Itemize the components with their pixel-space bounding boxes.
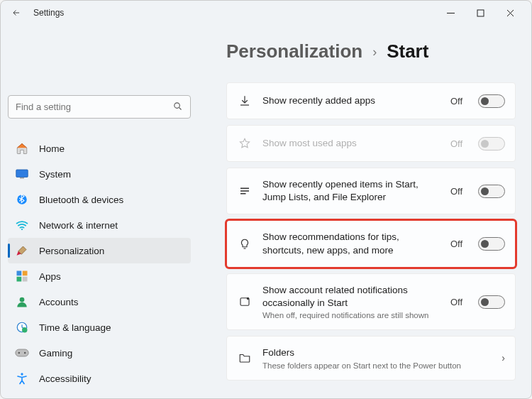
toggle-state: Off xyxy=(450,138,462,149)
sidebar-item-label: Personalization xyxy=(39,246,104,256)
sidebar-item-network[interactable]: Network & internet xyxy=(8,212,191,238)
sidebar-item-label: System xyxy=(39,169,71,180)
maximize-icon xyxy=(477,9,484,17)
sidebar-item-apps[interactable]: Apps xyxy=(8,263,191,289)
svg-point-16 xyxy=(21,373,23,375)
svg-rect-6 xyxy=(17,271,22,276)
chevron-right-icon: › xyxy=(372,45,377,60)
sidebar-item-home[interactable]: Home xyxy=(8,136,191,161)
minimize-icon xyxy=(447,9,455,17)
window-dot-icon xyxy=(237,294,253,310)
sidebar-item-label: Time & language xyxy=(39,322,111,333)
sidebar-item-label: Accounts xyxy=(39,297,79,307)
star-icon xyxy=(237,136,253,151)
system-icon xyxy=(15,167,29,181)
sidebar: Home System Bluetooth & devices Network … xyxy=(1,25,201,398)
sidebar-item-label: Accessibility xyxy=(39,373,92,384)
card-subtitle: When off, required notifications are sti… xyxy=(262,311,440,319)
svg-point-14 xyxy=(18,352,21,354)
svg-point-15 xyxy=(24,352,26,354)
sidebar-item-label: Home xyxy=(39,143,65,154)
search-icon xyxy=(172,101,183,114)
paintbrush-icon xyxy=(15,244,29,258)
sidebar-item-label: Bluetooth & devices xyxy=(39,195,123,205)
breadcrumb-current: Start xyxy=(387,40,428,62)
sidebar-item-time-language[interactable]: Time & language xyxy=(8,315,191,340)
card-recent-items: Show recently opened items in Start, Jum… xyxy=(226,168,516,214)
maximize-button[interactable] xyxy=(473,6,487,20)
sidebar-item-label: Apps xyxy=(39,271,61,282)
lightbulb-icon xyxy=(237,236,253,252)
window-title: Settings xyxy=(33,8,64,18)
card-most-used-apps: Show most used apps Off xyxy=(226,125,516,162)
accessibility-icon xyxy=(15,371,29,386)
card-recommendations: Show recommendations for tips, shortcuts… xyxy=(226,220,516,267)
sidebar-item-personalization[interactable]: Personalization xyxy=(8,238,191,263)
folder-icon xyxy=(237,350,253,366)
settings-window: Settings Home System xyxy=(0,0,532,399)
card-title: Show recommendations for tips, shortcuts… xyxy=(262,231,440,256)
card-subtitle: These folders appear on Start next to th… xyxy=(262,361,489,370)
titlebar: Settings xyxy=(1,1,531,25)
toggle-recommendations[interactable] xyxy=(478,237,505,251)
minimize-button[interactable] xyxy=(443,6,458,20)
close-icon xyxy=(506,9,514,17)
breadcrumb: Personalization › Start xyxy=(226,40,516,62)
main-content: Personalization › Start Show recently ad… xyxy=(201,25,531,398)
clock-icon xyxy=(15,320,29,334)
card-account-notifications: Show account related notifications occas… xyxy=(226,273,516,330)
svg-point-10 xyxy=(20,297,25,302)
wifi-icon xyxy=(15,218,29,232)
toggle-state: Off xyxy=(450,297,462,307)
apps-icon xyxy=(15,269,29,283)
card-title: Show account related notifications occas… xyxy=(262,284,440,310)
bluetooth-icon xyxy=(15,192,29,207)
card-title: Folders xyxy=(262,346,489,359)
card-recently-added-apps: Show recently added apps Off xyxy=(226,82,516,119)
card-title: Show recently opened items in Start, Jum… xyxy=(262,178,440,204)
search-input[interactable] xyxy=(16,102,172,112)
close-button[interactable] xyxy=(503,6,517,20)
gamepad-icon xyxy=(15,346,29,360)
svg-rect-3 xyxy=(20,177,24,178)
svg-rect-8 xyxy=(17,277,22,282)
card-title: Show recently added apps xyxy=(262,94,440,107)
svg-point-12 xyxy=(22,327,28,333)
breadcrumb-parent[interactable]: Personalization xyxy=(226,40,362,62)
toggle-recently-added[interactable] xyxy=(478,94,505,108)
card-folders[interactable]: Folders These folders appear on Start ne… xyxy=(226,336,516,380)
svg-point-1 xyxy=(174,102,180,108)
list-icon xyxy=(237,183,253,199)
svg-rect-0 xyxy=(477,10,484,16)
svg-rect-9 xyxy=(23,277,28,282)
home-icon xyxy=(15,141,29,155)
sidebar-item-bluetooth[interactable]: Bluetooth & devices xyxy=(8,187,191,212)
arrow-left-icon xyxy=(11,8,21,18)
toggle-most-used xyxy=(478,137,505,151)
toggle-account-notifications[interactable] xyxy=(478,295,505,309)
sidebar-item-label: Gaming xyxy=(39,348,72,359)
svg-rect-7 xyxy=(23,271,28,276)
person-icon xyxy=(15,295,29,309)
svg-point-5 xyxy=(21,229,23,230)
sidebar-item-gaming[interactable]: Gaming xyxy=(8,340,191,366)
sidebar-item-system[interactable]: System xyxy=(8,161,191,187)
sidebar-item-label: Network & internet xyxy=(39,220,118,231)
sidebar-item-accessibility[interactable]: Accessibility xyxy=(8,366,191,391)
back-button[interactable] xyxy=(6,3,26,23)
card-title: Show most used apps xyxy=(262,137,440,150)
toggle-recent-items[interactable] xyxy=(478,185,505,198)
toggle-state: Off xyxy=(450,239,462,249)
toggle-state: Off xyxy=(450,186,462,197)
svg-point-18 xyxy=(247,297,249,300)
svg-rect-13 xyxy=(16,349,28,356)
toggle-state: Off xyxy=(450,96,462,106)
download-icon xyxy=(237,93,253,109)
search-box[interactable] xyxy=(8,95,191,119)
chevron-right-icon: › xyxy=(501,352,505,364)
svg-rect-2 xyxy=(16,170,28,177)
sidebar-item-accounts[interactable]: Accounts xyxy=(8,289,191,315)
